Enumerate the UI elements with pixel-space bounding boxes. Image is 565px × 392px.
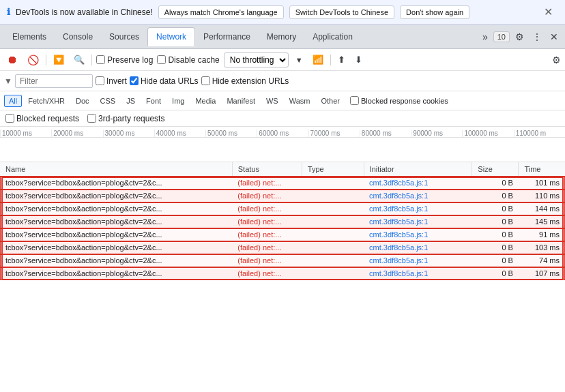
col-header-name[interactable]: Name (0, 162, 232, 177)
disable-cache-label[interactable]: Disable cache (157, 55, 219, 65)
blocked-response-cookies-checkbox[interactable] (350, 96, 359, 105)
hide-data-urls-checkbox[interactable] (130, 76, 139, 85)
tab-sources[interactable]: Sources (101, 28, 147, 46)
filter-icon: ▼ (4, 76, 12, 86)
invert-label[interactable]: Invert (96, 76, 127, 86)
cell-name: tcbox?service=bdbox&action=pblog&ctv=2&c… (0, 177, 232, 190)
tab-application[interactable]: Application (304, 28, 361, 46)
filter-tab-js[interactable]: JS (121, 95, 140, 107)
col-header-time[interactable]: Time (519, 162, 565, 177)
hide-data-urls-label[interactable]: Hide data URLs (130, 76, 199, 86)
throttling-select[interactable]: No throttling (224, 52, 289, 67)
clear-button[interactable]: 🚫 (25, 53, 42, 67)
filter-tab-fetch-xhr[interactable]: Fetch/XHR (23, 95, 70, 107)
third-party-requests-checkbox[interactable] (87, 114, 96, 123)
filter-tab-css[interactable]: CSS (96, 95, 121, 107)
more-menu-button[interactable]: ⋮ (530, 29, 545, 45)
col-header-initiator[interactable]: Initiator (364, 162, 472, 177)
tab-memory[interactable]: Memory (259, 28, 304, 46)
blocked-requests-label[interactable]: Blocked requests (5, 114, 79, 123)
third-party-requests-label[interactable]: 3rd-party requests (87, 114, 164, 123)
cell-status: (failed) net:... (232, 177, 302, 190)
filter-input[interactable] (20, 76, 88, 86)
tab-bar: Elements Console Sources Network Perform… (0, 25, 565, 49)
cell-initiator[interactable]: cmt.3df8cb5a.js:1 (364, 190, 472, 202)
col-header-status[interactable]: Status (232, 162, 302, 177)
invert-checkbox[interactable] (96, 76, 104, 85)
tab-elements[interactable]: Elements (4, 28, 55, 46)
filter-button[interactable]: 🔽 (50, 53, 67, 66)
cell-initiator[interactable]: cmt.3df8cb5a.js:1 (364, 177, 472, 190)
toolbar-row1: ⏺ 🚫 🔽 🔍 Preserve log Disable cache No th… (0, 49, 565, 71)
tick-2: 30000 ms (103, 130, 154, 137)
tab-performance[interactable]: Performance (195, 28, 259, 46)
filter-tab-all[interactable]: All (4, 95, 22, 107)
filter-tab-doc[interactable]: Doc (71, 95, 94, 107)
table-row[interactable]: tcbox?service=bdbox&action=pblog&ctv=2&c… (0, 228, 565, 241)
filter-tab-ws[interactable]: WS (261, 95, 283, 107)
preserve-log-checkbox[interactable] (96, 55, 105, 64)
table-row[interactable]: tcbox?service=bdbox&action=pblog&ctv=2&c… (0, 202, 565, 215)
table-row[interactable]: tcbox?service=bdbox&action=pblog&ctv=2&c… (0, 254, 565, 267)
cell-type (302, 228, 364, 241)
cell-type (302, 177, 364, 190)
timeline-ticks: 10000 ms 20000 ms 30000 ms 40000 ms 5000… (0, 127, 565, 138)
cell-initiator[interactable]: cmt.3df8cb5a.js:1 (364, 202, 472, 215)
filter-tab-wasm[interactable]: Wasm (285, 95, 315, 107)
hide-extension-urls-checkbox[interactable] (201, 76, 210, 85)
table-row[interactable]: tcbox?service=bdbox&action=pblog&ctv=2&c… (0, 267, 565, 280)
cell-name: tcbox?service=bdbox&action=pblog&ctv=2&c… (0, 228, 232, 241)
cell-size: 0 B (472, 190, 519, 202)
cell-type (302, 241, 364, 254)
network-table-container[interactable]: Name Status Type Initiator Size Time tcb… (0, 162, 565, 280)
table-row[interactable]: tcbox?service=bdbox&action=pblog&ctv=2&c… (0, 190, 565, 202)
cell-time: 145 ms (519, 215, 565, 228)
search-button[interactable]: 🔍 (71, 53, 87, 66)
cell-initiator[interactable]: cmt.3df8cb5a.js:1 (364, 215, 472, 228)
tab-console[interactable]: Console (55, 28, 101, 46)
upload-icon-button[interactable]: ⬆ (335, 53, 348, 66)
devtools-badge: 10 (493, 31, 510, 42)
cell-type (302, 215, 364, 228)
throttling-arrow-button[interactable]: ▼ (293, 55, 306, 65)
tick-6: 70000 ms (308, 130, 360, 137)
hide-extension-urls-label[interactable]: Hide extension URLs (201, 76, 289, 86)
col-header-type[interactable]: Type (302, 162, 364, 177)
disable-cache-checkbox[interactable] (157, 55, 166, 64)
close-devtools-button[interactable]: ✕ (547, 29, 561, 45)
more-tabs-button[interactable]: » (480, 29, 491, 45)
table-row[interactable]: tcbox?service=bdbox&action=pblog&ctv=2&c… (0, 241, 565, 254)
dont-show-button[interactable]: Don't show again (400, 5, 469, 19)
table-row[interactable]: tcbox?service=bdbox&action=pblog&ctv=2&c… (0, 177, 565, 190)
tick-0: 10000 ms (0, 130, 51, 137)
filter-tab-font[interactable]: Font (141, 95, 166, 107)
match-language-button[interactable]: Always match Chrome's language (158, 5, 284, 19)
info-close-button[interactable]: ✕ (538, 3, 558, 20)
cell-initiator[interactable]: cmt.3df8cb5a.js:1 (364, 267, 472, 280)
filter-tab-manifest[interactable]: Manifest (222, 95, 260, 107)
tick-5: 60000 ms (257, 130, 308, 137)
blocked-requests-checkbox[interactable] (5, 114, 14, 123)
tick-10: 110000 m (514, 130, 565, 137)
cell-status: (failed) net:... (232, 228, 302, 241)
preserve-log-label[interactable]: Preserve log (96, 55, 153, 65)
blocked-response-cookies-label[interactable]: Blocked response cookies (350, 96, 448, 105)
filter-tab-media[interactable]: Media (190, 95, 220, 107)
cell-name: tcbox?service=bdbox&action=pblog&ctv=2&c… (0, 254, 232, 267)
table-row[interactable]: tcbox?service=bdbox&action=pblog&ctv=2&c… (0, 215, 565, 228)
filter-tab-other[interactable]: Other (316, 95, 345, 107)
record-button[interactable]: ⏺ (4, 52, 20, 67)
col-header-size[interactable]: Size (472, 162, 519, 177)
tab-network[interactable]: Network (147, 27, 195, 46)
cell-type (302, 254, 364, 267)
wifi-icon-button[interactable]: 📶 (310, 53, 326, 66)
cell-initiator[interactable]: cmt.3df8cb5a.js:1 (364, 228, 472, 241)
settings-button[interactable]: ⚙ (512, 29, 527, 45)
network-settings-button[interactable]: ⚙ (552, 55, 561, 65)
filter-tab-img[interactable]: Img (167, 95, 189, 107)
switch-chinese-button[interactable]: Switch DevTools to Chinese (289, 5, 394, 19)
download-icon-button[interactable]: ⬇ (352, 53, 365, 66)
cell-name: tcbox?service=bdbox&action=pblog&ctv=2&c… (0, 202, 232, 215)
cell-initiator[interactable]: cmt.3df8cb5a.js:1 (364, 254, 472, 267)
cell-initiator[interactable]: cmt.3df8cb5a.js:1 (364, 241, 472, 254)
